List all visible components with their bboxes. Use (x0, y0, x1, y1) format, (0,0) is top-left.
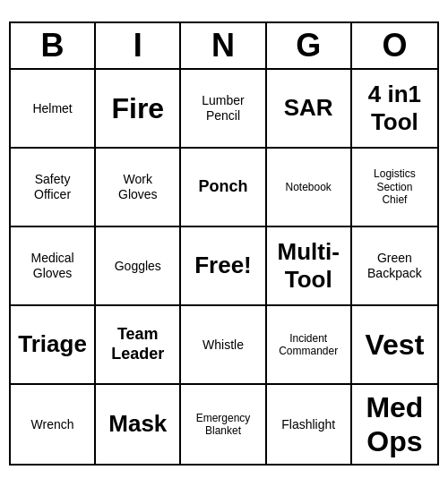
header-letter-i: I (96, 23, 181, 68)
cell-text-11: Goggles (115, 259, 161, 274)
cell-text-18: IncidentCommander (279, 332, 338, 358)
cell-text-1: Fire (111, 91, 164, 125)
cell-text-7: Ponch (198, 177, 247, 197)
bingo-cell-6: WorkGloves (96, 149, 181, 227)
bingo-cell-8: Notebook (267, 149, 352, 227)
bingo-cell-9: LogisticsSectionChief (352, 149, 437, 227)
cell-text-14: GreenBackpack (367, 251, 422, 281)
header-letter-g: G (267, 23, 352, 68)
cell-text-15: Triage (18, 330, 87, 358)
bingo-cell-14: GreenBackpack (352, 227, 437, 306)
cell-text-2: LumberPencil (202, 93, 244, 124)
header-letter-o: O (352, 23, 437, 68)
bingo-cell-24: MedOps (352, 385, 437, 464)
cell-text-10: MedicalGloves (30, 251, 73, 281)
cell-text-4: 4 in1Tool (368, 81, 421, 136)
header-letter-n: N (181, 23, 266, 68)
header-letter-b: B (11, 23, 96, 68)
bingo-cell-16: TeamLeader (96, 306, 181, 385)
cell-text-22: EmergencyBlanket (196, 412, 251, 438)
cell-text-20: Wrench (31, 417, 74, 432)
cell-text-17: Whistle (202, 337, 244, 353)
bingo-cell-1: Fire (96, 70, 181, 149)
cell-text-8: Notebook (286, 181, 332, 193)
cell-text-6: WorkGloves (118, 172, 158, 202)
bingo-cell-20: Wrench (11, 385, 96, 464)
cell-text-3: SAR (284, 94, 333, 122)
cell-text-24: MedOps (366, 390, 423, 459)
bingo-card: BINGO HelmetFireLumberPencilSAR4 in1Tool… (9, 21, 439, 466)
cell-text-13: Multi-Tool (278, 238, 340, 294)
bingo-cell-23: Flashlight (267, 385, 352, 464)
bingo-cell-7: Ponch (181, 149, 266, 227)
cell-text-0: Helmet (32, 101, 72, 116)
bingo-cell-18: IncidentCommander (267, 306, 352, 385)
cell-text-5: SafetyOfficer (34, 172, 71, 202)
bingo-cell-21: Mask (96, 385, 181, 464)
bingo-cell-13: Multi-Tool (267, 227, 352, 306)
cell-text-21: Mask (108, 410, 167, 438)
bingo-cell-0: Helmet (11, 70, 96, 149)
bingo-cell-4: 4 in1Tool (352, 70, 437, 149)
bingo-cell-5: SafetyOfficer (11, 149, 96, 227)
bingo-grid: HelmetFireLumberPencilSAR4 in1ToolSafety… (11, 70, 437, 464)
bingo-cell-22: EmergencyBlanket (181, 385, 266, 464)
bingo-cell-12: Free! (181, 227, 266, 306)
cell-text-12: Free! (194, 252, 252, 279)
bingo-cell-10: MedicalGloves (11, 227, 96, 306)
bingo-cell-2: LumberPencil (181, 70, 266, 149)
cell-text-19: Vest (365, 328, 424, 362)
cell-text-23: Flashlight (281, 417, 335, 432)
bingo-cell-15: Triage (11, 306, 96, 385)
bingo-cell-3: SAR (267, 70, 352, 149)
bingo-cell-19: Vest (352, 306, 437, 385)
bingo-header: BINGO (11, 23, 437, 70)
cell-text-16: TeamLeader (111, 325, 164, 363)
cell-text-9: LogisticsSectionChief (374, 167, 416, 206)
bingo-cell-17: Whistle (181, 306, 266, 385)
bingo-cell-11: Goggles (96, 227, 181, 306)
